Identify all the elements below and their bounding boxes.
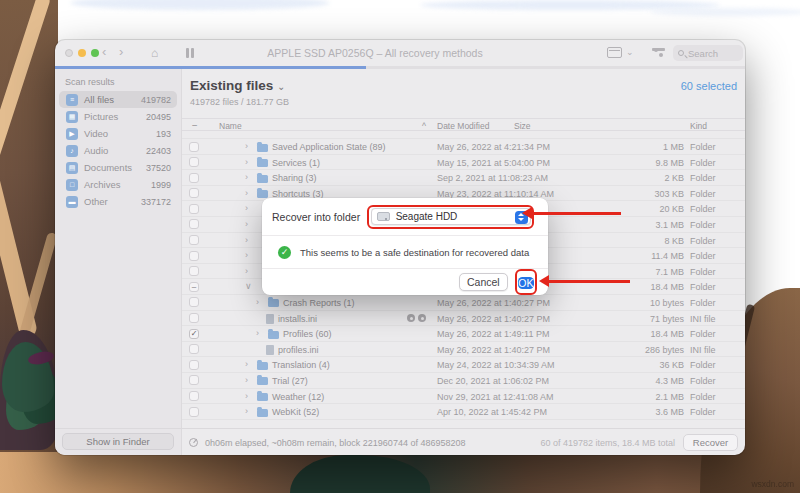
- row-checkbox[interactable]: [189, 360, 199, 370]
- file-kind: Folder: [690, 142, 716, 152]
- category-icon: ▤: [66, 162, 78, 174]
- sidebar: Scan results ≡ All files 419782 ▦ Pictur…: [55, 69, 182, 455]
- sidebar-item[interactable]: ▶ Video 193: [59, 125, 177, 142]
- search-box[interactable]: [673, 45, 743, 61]
- disclosure-chevron-icon[interactable]: ›: [245, 203, 248, 213]
- sidebar-item[interactable]: □ Archives 1999: [59, 176, 177, 193]
- row-checkbox[interactable]: [189, 297, 199, 307]
- column-header-name[interactable]: Name: [219, 121, 242, 131]
- back-button[interactable]: ‹: [102, 44, 106, 59]
- file-size: 2.1 MB: [594, 392, 684, 402]
- file-size: 3.1 MB: [594, 220, 684, 230]
- row-checkbox[interactable]: –: [189, 282, 199, 292]
- disclosure-chevron-icon[interactable]: ›: [245, 157, 248, 167]
- close-button[interactable]: [65, 49, 73, 57]
- table-row[interactable]: [182, 131, 745, 139]
- table-row[interactable]: › WebKit (52) Apr 10, 2022 at 1:45:42 PM…: [182, 404, 745, 420]
- dialog-label: Recover into folder: [272, 211, 360, 223]
- view-selector-icon[interactable]: [607, 47, 622, 58]
- column-header-date[interactable]: Date Modified: [437, 121, 489, 131]
- sidebar-item[interactable]: ▬ Other 337172: [59, 193, 177, 210]
- minimize-button[interactable]: [78, 49, 86, 57]
- sidebar-item[interactable]: ▦ Pictures 20495: [59, 108, 177, 125]
- file-icon: [257, 393, 268, 401]
- row-checkbox[interactable]: [189, 173, 199, 183]
- disclosure-chevron-icon[interactable]: ›: [245, 172, 248, 182]
- row-checkbox[interactable]: [189, 313, 199, 323]
- file-name: Profiles (60): [283, 329, 332, 339]
- cancel-button[interactable]: Cancel: [459, 273, 508, 291]
- file-size: 10 bytes: [594, 298, 684, 308]
- sidebar-section-label: Scan results: [65, 77, 181, 87]
- filter-sliders-icon[interactable]: [652, 48, 665, 57]
- row-checkbox[interactable]: [189, 251, 199, 261]
- table-row[interactable]: › Trial (27) Dec 20, 2021 at 1:06:02 PM …: [182, 373, 745, 389]
- row-checkbox[interactable]: [189, 375, 199, 385]
- table-row[interactable]: ✓ › Profiles (60) May 26, 2022 at 1:49:1…: [182, 326, 745, 342]
- disclosure-chevron-icon[interactable]: ›: [256, 328, 259, 338]
- file-date: May 26, 2022 at 1:40:27 PM: [437, 314, 550, 324]
- table-row[interactable]: installs.ini May 26, 2022 at 1:40:27 PM …: [182, 311, 745, 327]
- sidebar-item-label: Audio: [84, 145, 140, 156]
- sort-asc-icon[interactable]: ^: [422, 121, 426, 131]
- row-checkbox[interactable]: [189, 219, 199, 229]
- disclosure-chevron-icon[interactable]: ›: [245, 141, 248, 151]
- files-summary: 419782 files / 181.77 GB: [190, 97, 289, 107]
- category-icon: □: [66, 179, 78, 191]
- disclosure-chevron-icon[interactable]: ›: [245, 219, 248, 229]
- table-row[interactable]: › Translation (4) May 24, 2022 at 10:34:…: [182, 357, 745, 373]
- table-row[interactable]: › Crash Reports (1) May 26, 2022 at 1:40…: [182, 295, 745, 311]
- disclosure-chevron-icon[interactable]: ›: [245, 250, 248, 260]
- column-header-size[interactable]: Size: [514, 121, 564, 131]
- column-header-kind[interactable]: Kind: [690, 121, 707, 131]
- table-row[interactable]: › Saved Application State (89) May 26, 2…: [182, 139, 745, 155]
- disclosure-chevron-icon[interactable]: ›: [245, 375, 248, 385]
- file-kind: Folder: [690, 360, 716, 370]
- ok-button[interactable]: OK: [518, 277, 533, 289]
- disclosure-chevron-icon[interactable]: ›: [245, 266, 248, 276]
- status-bar: 0h06m elapsed, ~0h08m remain, block 2219…: [55, 428, 745, 455]
- forward-button[interactable]: ›: [119, 44, 123, 59]
- sidebar-item[interactable]: ≡ All files 419782: [59, 91, 177, 108]
- table-row[interactable]: › Weather (12) Nov 29, 2021 at 12:41:08 …: [182, 389, 745, 405]
- row-checkbox[interactable]: [189, 204, 199, 214]
- category-icon: ▶: [66, 128, 78, 140]
- disclosure-chevron-icon[interactable]: ›: [245, 391, 248, 401]
- page-title[interactable]: Existing files ⌄: [190, 78, 285, 93]
- disclosure-chevron-icon[interactable]: ∨: [245, 281, 252, 291]
- zoom-button[interactable]: [91, 49, 99, 57]
- search-input[interactable]: [688, 48, 736, 59]
- row-checkbox[interactable]: [189, 188, 199, 198]
- window-title: APPLE SSD AP0256Q – All recovery methods: [175, 47, 575, 59]
- sidebar-item-label: All files: [84, 94, 135, 105]
- disclosure-chevron-icon[interactable]: ›: [245, 235, 248, 245]
- row-checkbox[interactable]: [189, 157, 199, 167]
- table-row[interactable]: profiles.ini May 26, 2022 at 1:40:27 PM …: [182, 342, 745, 358]
- disclosure-chevron-icon[interactable]: ›: [245, 188, 248, 198]
- table-row[interactable]: › Sharing (3) Sep 2, 2021 at 11:08:23 AM…: [182, 170, 745, 186]
- row-checkbox[interactable]: [189, 235, 199, 245]
- sidebar-item-count: 22403: [146, 146, 171, 156]
- disclosure-chevron-icon[interactable]: ›: [245, 406, 248, 416]
- row-checkbox[interactable]: [189, 407, 199, 417]
- sidebar-item[interactable]: ▤ Documents 37520: [59, 159, 177, 176]
- master-checkbox[interactable]: –: [189, 120, 200, 130]
- row-checkbox[interactable]: [189, 391, 199, 401]
- sidebar-item-label: Pictures: [84, 111, 140, 122]
- row-checkbox[interactable]: ✓: [189, 329, 199, 339]
- sidebar-item[interactable]: ♪ Audio 22403: [59, 142, 177, 159]
- chevron-down-icon[interactable]: ⌄: [626, 47, 634, 57]
- recover-button[interactable]: Recover: [683, 434, 738, 451]
- disclosure-chevron-icon[interactable]: ›: [245, 359, 248, 369]
- file-name: Sharing (3): [272, 173, 317, 183]
- row-checkbox[interactable]: [189, 266, 199, 276]
- row-checkbox[interactable]: [189, 142, 199, 152]
- destination-dropdown[interactable]: Seagate HDD: [371, 208, 531, 225]
- row-checkbox[interactable]: [189, 344, 199, 354]
- file-kind: Folder: [690, 282, 716, 292]
- home-icon[interactable]: ⌂: [151, 47, 158, 59]
- table-row[interactable]: › Services (1) May 15, 2021 at 5:04:00 P…: [182, 155, 745, 171]
- disclosure-chevron-icon[interactable]: ›: [256, 297, 259, 307]
- sidebar-item-label: Documents: [84, 162, 140, 173]
- category-icon: ♪: [66, 145, 78, 157]
